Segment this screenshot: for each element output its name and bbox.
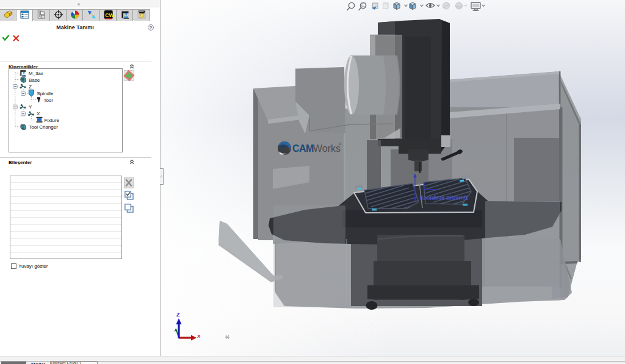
svg-text:Works: Works <box>313 143 341 154</box>
svg-text:Z: Z <box>29 84 32 90</box>
svg-text:Tool: Tool <box>44 98 53 103</box>
svg-text:Spindle: Spindle <box>37 91 54 96</box>
svg-text:CW: CW <box>105 12 114 18</box>
svg-text:Base: Base <box>29 77 40 83</box>
svg-text:Tool Changer: Tool Changer <box>29 124 58 130</box>
svg-text:Z: Z <box>176 312 180 318</box>
svg-text:CAM: CAM <box>292 143 314 154</box>
svg-text:M_3ax: M_3ax <box>29 71 43 76</box>
svg-text:X: X <box>197 334 201 339</box>
svg-text:Fixture: Fixture <box>45 118 60 123</box>
svg-text:Y: Y <box>29 104 32 110</box>
svg-text:X: X <box>37 111 40 116</box>
svg-text:Koordinat Sistemi1: Koordinat Sistemi1 <box>419 194 468 201</box>
